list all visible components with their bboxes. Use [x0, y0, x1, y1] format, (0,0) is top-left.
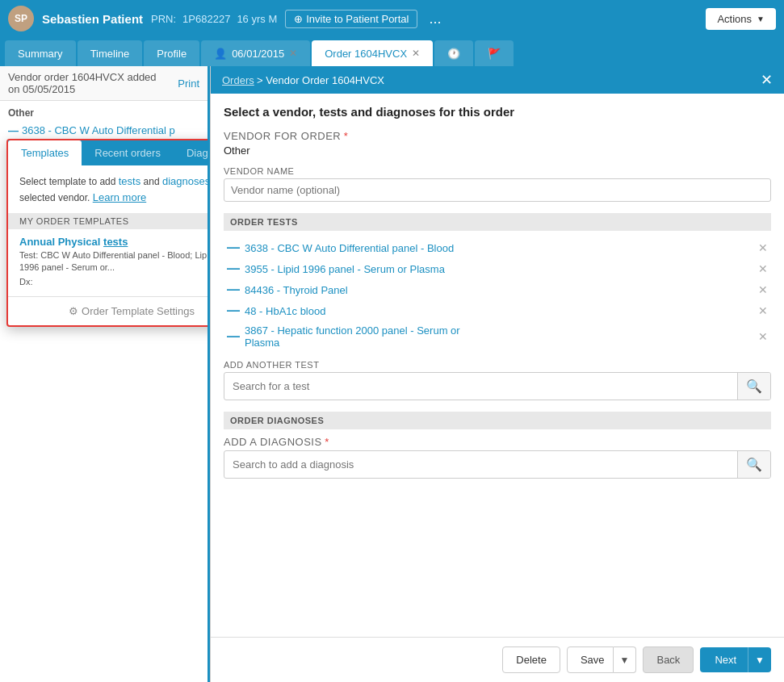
- next-button-group: Next ▼: [700, 647, 771, 672]
- tab-templates[interactable]: Templates: [8, 140, 82, 165]
- actions-button[interactable]: Actions ▼: [706, 8, 776, 30]
- test-label: 3955 - Lipid 1996 panel - Serum or Plasm…: [245, 263, 445, 275]
- remove-test-icon[interactable]: ✕: [758, 330, 768, 343]
- test-label: 3638 - CBC W Auto Differential panel - B…: [245, 242, 454, 254]
- plus-circle-icon: ⊕: [294, 13, 303, 25]
- tab-profile[interactable]: Profile: [144, 40, 199, 66]
- save-dropdown-button[interactable]: ▼: [614, 646, 637, 673]
- invite-portal-button[interactable]: ⊕ Invite to Patient Portal: [285, 10, 417, 28]
- dash-icon: —: [227, 262, 240, 276]
- remove-test-icon[interactable]: ✕: [758, 283, 768, 296]
- diagnoses-highlight: diagnoses: [162, 175, 210, 187]
- right-panel-body: Select a vendor, tests and diagnoses for…: [211, 94, 784, 637]
- template-item[interactable]: Annual Physical tests Test: CBC W Auto D…: [19, 236, 210, 288]
- my-templates-label: MY ORDER TEMPLATES: [8, 213, 210, 229]
- test-item-3955: — 3955 - Lipid 1996 panel - Serum or Pla…: [224, 258, 771, 279]
- add-test-input[interactable]: [224, 374, 737, 398]
- clock-icon: 🕐: [447, 48, 460, 60]
- order-template-settings[interactable]: ⚙Order Template Settings: [8, 296, 210, 325]
- prn-value: 1P682227: [182, 13, 230, 25]
- close-panel-button[interactable]: ✕: [761, 73, 773, 87]
- delete-button[interactable]: Delete: [502, 646, 560, 673]
- prn-label: PRN:: [151, 13, 176, 25]
- next-dropdown-button[interactable]: ▼: [748, 647, 771, 672]
- test-label: 48 - HbA1c blood: [245, 305, 325, 317]
- age-gender: 16 yrs M: [237, 13, 277, 25]
- test-item-84436: — 84436 - Thyroid Panel ✕: [224, 279, 771, 300]
- tab-summary[interactable]: Summary: [5, 40, 76, 66]
- patient-meta: PRN: 1P682227 16 yrs M: [151, 13, 277, 25]
- add-diagnosis-input[interactable]: [224, 453, 737, 476]
- test-item-48: — 48 - HbA1c blood ✕: [224, 300, 771, 321]
- main-layout: Vendor order 1604HVCX added on 05/05/201…: [0, 66, 784, 682]
- required-indicator: *: [344, 130, 349, 142]
- patient-name: Sebastien Patient: [42, 12, 143, 26]
- right-panel: Orders > Vendor Order 1604HVCX ✕ Select …: [210, 66, 784, 682]
- search-diagnosis-button[interactable]: 🔍: [737, 451, 770, 478]
- bottom-bar: Delete Save ▼ Back Next ▼: [211, 637, 784, 682]
- required-indicator: *: [325, 436, 329, 448]
- breadcrumb-current: Vendor Order 1604HVCX: [266, 74, 384, 86]
- learn-more-link[interactable]: Learn more: [93, 191, 146, 203]
- tab-recent-orders[interactable]: Recent orders: [82, 140, 174, 165]
- vendor-name-label: VENDOR NAME: [224, 166, 771, 176]
- left-panel: Vendor order 1604HVCX added on 05/05/201…: [0, 66, 210, 682]
- vendor-label: Other: [0, 101, 208, 122]
- save-button[interactable]: Save: [567, 646, 614, 673]
- list-item[interactable]: — 3638 - CBC W Auto Differential p: [0, 122, 208, 139]
- next-button[interactable]: Next: [700, 647, 748, 672]
- chevron-down-icon: ▼: [757, 15, 765, 23]
- search-test-button[interactable]: 🔍: [737, 373, 770, 400]
- back-button[interactable]: Back: [643, 646, 694, 673]
- order-notice: Vendor order 1604HVCX added on 05/05/201…: [0, 66, 208, 101]
- test-item-3638: — 3638 - CBC W Auto Differential panel -…: [224, 237, 771, 258]
- template-item-info: Annual Physical tests Test: CBC W Auto D…: [19, 236, 210, 288]
- dash-icon: —: [227, 241, 240, 255]
- test-label: 84436 - Thyroid Panel: [245, 284, 348, 296]
- add-test-search-row: 🔍: [224, 372, 771, 400]
- remove-test-icon[interactable]: ✕: [758, 262, 768, 275]
- avatar: SP: [8, 6, 34, 31]
- vendor-for-order-label: VENDOR FOR ORDER *: [224, 130, 771, 142]
- save-button-group: Save ▼: [567, 646, 637, 673]
- template-dx: Dx:: [19, 276, 210, 288]
- dash-icon: —: [227, 329, 240, 344]
- gear-icon: ⚙: [69, 305, 78, 317]
- template-tab-bar: Templates Recent orders Diagnoses: [8, 140, 210, 165]
- order-tests-header: ORDER TESTS: [224, 213, 771, 231]
- top-bar: SP Sebastien Patient PRN: 1P682227 16 yr…: [0, 0, 784, 37]
- test-item-3867: — 3867 - Hepatic function 2000 panel - S…: [224, 321, 771, 352]
- tab-diagnoses[interactable]: Diagnoses: [174, 140, 210, 165]
- close-order-tab-icon[interactable]: ✕: [412, 48, 420, 59]
- order-diagnoses-header: ORDER DIAGNOSES: [224, 412, 771, 429]
- tab-timeline[interactable]: Timeline: [78, 40, 143, 66]
- tab-date[interactable]: 👤 06/01/2015 ✕: [201, 40, 310, 66]
- tab-order[interactable]: Order 1604HVCX ✕: [312, 40, 433, 66]
- close-date-tab-icon[interactable]: ✕: [289, 48, 297, 59]
- dash-icon: —: [8, 124, 19, 136]
- template-title: Annual Physical tests: [19, 236, 210, 248]
- dash-icon: —: [227, 303, 240, 318]
- tab-clock[interactable]: 🕐: [434, 40, 473, 66]
- test-label: 3867 - Hepatic function 2000 panel - Ser…: [245, 324, 460, 349]
- remove-test-icon[interactable]: ✕: [758, 304, 768, 317]
- template-description: Test: CBC W Auto Differential panel - Bl…: [19, 249, 210, 274]
- tab-flag[interactable]: 🚩: [475, 40, 514, 66]
- template-hint: Select template to add tests and diagnos…: [19, 174, 210, 205]
- user-icon: 👤: [214, 48, 227, 60]
- vendor-name-input[interactable]: [224, 178, 771, 202]
- print-link[interactable]: Print: [178, 77, 199, 90]
- vendor-value: Other: [224, 144, 771, 157]
- panel-title: Select a vendor, tests and diagnoses for…: [224, 105, 771, 119]
- breadcrumb: Orders > Vendor Order 1604HVCX: [222, 74, 384, 86]
- add-diagnosis-label: ADD A DIAGNOSIS *: [224, 436, 771, 448]
- breadcrumb-orders[interactable]: Orders: [222, 74, 254, 86]
- tab-bar: Summary Timeline Profile 👤 06/01/2015 ✕ …: [0, 37, 784, 66]
- template-body: Select template to add tests and diagnos…: [8, 165, 210, 296]
- right-panel-header: Orders > Vendor Order 1604HVCX ✕: [211, 66, 784, 94]
- template-popup: Templates Recent orders Diagnoses Select…: [6, 139, 210, 327]
- add-test-label: ADD ANOTHER TEST: [224, 360, 771, 370]
- tests-highlight: tests: [119, 175, 140, 187]
- remove-test-icon[interactable]: ✕: [758, 241, 768, 254]
- more-options-button[interactable]: ...: [429, 10, 441, 27]
